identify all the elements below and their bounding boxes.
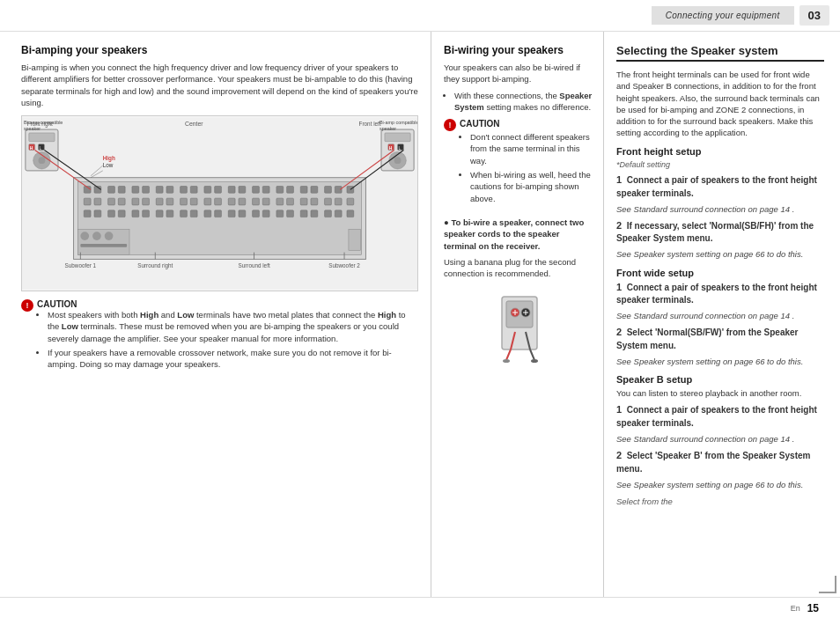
chapter-title: Connecting your equipment [652, 6, 794, 25]
bi-wiring-title: Bi-wiring your speakers [444, 44, 594, 56]
svg-rect-8 [143, 187, 150, 194]
svg-rect-42 [276, 198, 284, 205]
svg-rect-74 [92, 232, 101, 240]
svg-rect-22 [311, 187, 318, 194]
bi-amping-intro: Bi-amping is when you connect the high f… [21, 62, 418, 108]
svg-rect-65 [276, 210, 284, 217]
svg-rect-79 [29, 133, 55, 142]
svg-rect-17 [253, 187, 260, 194]
svg-rect-51 [108, 210, 115, 217]
svg-point-129 [503, 359, 510, 363]
footer: En 15 [0, 597, 840, 618]
left-caution-label: CAUTION [37, 299, 77, 309]
right-column: Selecting the Speaker system The front h… [604, 32, 840, 597]
svg-rect-16 [239, 187, 246, 194]
speaker-system-intro: The front height terminals can be used f… [616, 69, 824, 139]
svg-text:L: L [40, 147, 42, 151]
mid-caution-content: CAUTION Don't connect different speakers… [460, 118, 594, 210]
svg-text:L: L [399, 147, 402, 151]
svg-rect-15 [228, 187, 235, 194]
caution-icon-left: ! [21, 299, 33, 312]
header-bar: Connecting your equipment 03 [0, 0, 840, 32]
svg-text:Center: Center [185, 121, 203, 127]
svg-rect-58 [190, 210, 197, 217]
svg-rect-33 [166, 198, 173, 205]
bi-wiring-instruction: ● To bi-wire a speaker, connect two spea… [444, 217, 594, 252]
svg-text:H: H [389, 147, 393, 151]
svg-rect-46 [325, 198, 332, 205]
svg-rect-18 [262, 187, 269, 194]
svg-text:Subwoofer 2: Subwoofer 2 [328, 262, 360, 269]
svg-text:Bi-amp compatible: Bi-amp compatible [379, 120, 417, 125]
front-height-step2-ref: See Speaker system setting on page 66 to… [616, 248, 824, 260]
footer-page: 15 [807, 602, 819, 614]
front-height-step2: 2 If necessary, select 'Normal(SB/FH)' f… [616, 219, 824, 245]
svg-rect-30 [132, 198, 139, 205]
bi-amping-title: Bi-amping your speakers [21, 44, 418, 56]
svg-rect-56 [166, 210, 173, 217]
svg-rect-38 [228, 198, 235, 205]
svg-rect-26 [84, 198, 91, 205]
svg-rect-49 [84, 210, 91, 217]
svg-rect-54 [143, 210, 150, 217]
svg-rect-62 [239, 210, 246, 217]
front-height-default: *Default setting [616, 159, 824, 171]
mid-caution-label: CAUTION [460, 119, 500, 129]
svg-rect-31 [143, 198, 150, 205]
svg-rect-11 [181, 187, 188, 194]
svg-text:Low: Low [103, 162, 114, 168]
svg-rect-10 [166, 187, 173, 194]
svg-rect-7 [132, 187, 139, 194]
svg-rect-71 [347, 210, 354, 217]
svg-rect-34 [181, 198, 188, 205]
svg-rect-32 [156, 198, 163, 205]
speaker-b-heading: Speaker B setup [616, 374, 824, 385]
speaker-b-step1: 1 Connect a pair of speakers to the fron… [616, 403, 824, 429]
svg-rect-63 [253, 210, 260, 217]
svg-rect-36 [204, 198, 211, 205]
svg-rect-40 [253, 198, 260, 205]
svg-text:Surround right: Surround right [137, 262, 173, 269]
svg-rect-5 [108, 187, 115, 194]
bi-wiring-bullet-1: With these connections, the Speaker Syst… [454, 90, 594, 114]
svg-rect-73 [80, 232, 89, 240]
svg-rect-19 [276, 187, 284, 194]
front-height-heading: Front height setup [616, 146, 824, 157]
left-caution-content: CAUTION Most speakers with both High and… [37, 298, 418, 375]
bi-amping-diagram: H L H L Center [21, 115, 418, 291]
speaker-b-step1-ref: See Standard surround connection on page… [616, 433, 824, 445]
svg-rect-77 [349, 229, 361, 250]
front-height-step1-ref: See Standard surround connection on page… [616, 203, 824, 215]
svg-rect-9 [156, 187, 163, 194]
svg-rect-50 [94, 210, 101, 217]
svg-rect-60 [215, 210, 222, 217]
svg-rect-13 [204, 187, 211, 194]
left-caution-box: ! CAUTION Most speakers with both High a… [21, 298, 418, 375]
mid-caution-item-1: Don't connect different speakers from th… [470, 131, 594, 166]
svg-rect-47 [335, 198, 342, 205]
svg-point-81 [39, 157, 46, 164]
svg-rect-23 [325, 187, 332, 194]
svg-rect-28 [108, 198, 115, 205]
chapter-num: 03 [799, 5, 829, 26]
svg-text:Bi-amp compatible: Bi-amp compatible [24, 120, 63, 125]
speaker-wire-svg [480, 288, 559, 367]
front-height-step1: 1 Connect a pair of speakers to the fron… [616, 173, 824, 199]
svg-rect-41 [262, 198, 269, 205]
svg-rect-45 [311, 198, 318, 205]
svg-rect-89 [385, 133, 410, 142]
diagram-svg: H L H L Center [22, 116, 417, 291]
front-wide-step1: 1 Connect a pair of speakers to the fron… [616, 281, 824, 306]
svg-rect-6 [118, 187, 125, 194]
svg-rect-52 [118, 210, 125, 217]
svg-point-91 [394, 157, 402, 164]
svg-rect-57 [181, 210, 188, 217]
speaker-system-title: Selecting the Speaker system [616, 44, 824, 62]
header-title-area: Connecting your equipment 03 [652, 5, 829, 26]
svg-rect-55 [156, 210, 163, 217]
svg-rect-12 [190, 187, 197, 194]
svg-rect-48 [347, 198, 354, 205]
svg-text:Front left: Front left [359, 121, 381, 127]
speaker-b-step2: 2 Select 'Speaker B' from the Speaker Sy… [616, 449, 824, 475]
speaker-b-step2-ref: See Speaker system setting on page 66 to… [616, 479, 824, 490]
